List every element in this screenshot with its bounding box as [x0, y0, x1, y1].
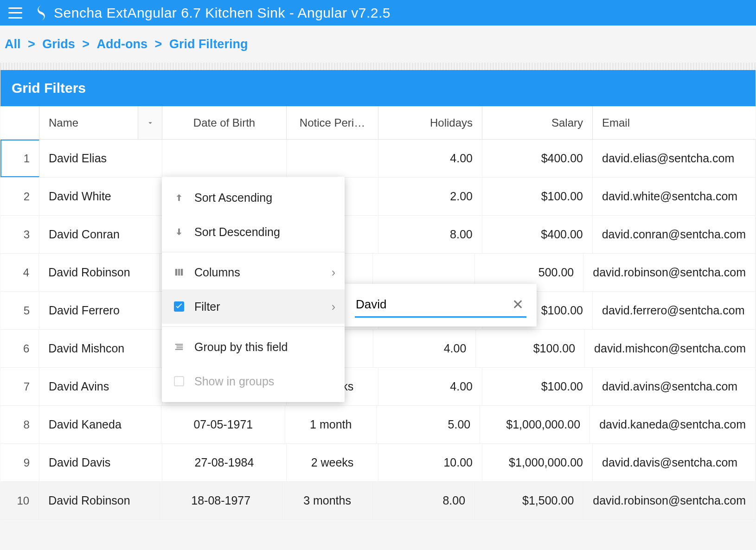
- name-cell: David Avins: [39, 368, 162, 405]
- dob-cell: 27-08-1984: [162, 444, 287, 481]
- email-cell: david.elias@sentcha.com: [593, 140, 756, 177]
- breadcrumb: All > Grids > Add-ons > Grid Filtering: [0, 26, 756, 63]
- column-label: Salary: [551, 116, 583, 129]
- column-header-holidays[interactable]: Holidays: [378, 106, 482, 139]
- row-number-cell: 8: [0, 406, 39, 443]
- menu-label: Show in groups: [194, 375, 274, 388]
- table-row[interactable]: 10David Robinson18-08-19773 months8.00$1…: [0, 482, 756, 520]
- salary-cell: $100.00: [476, 330, 585, 367]
- row-number-header[interactable]: [0, 106, 39, 139]
- panel-title: Grid Filters: [0, 70, 756, 106]
- chevron-right-icon: >: [22, 37, 42, 51]
- name-cell: David Robinson: [39, 482, 160, 519]
- salary-cell: $100.00: [482, 368, 593, 405]
- column-label: Date of Birth: [193, 116, 255, 129]
- arrow-down-icon: [174, 227, 194, 237]
- menu-filter[interactable]: Filter ›: [162, 289, 345, 324]
- name-cell: David Elias: [39, 140, 162, 177]
- email-cell: david.robinson@sentcha.com: [583, 254, 756, 291]
- app-title: Sencha ExtAngular 6.7 Kitchen Sink - Ang…: [54, 5, 391, 21]
- column-header-salary[interactable]: Salary: [482, 106, 593, 139]
- table-row[interactable]: 2David White2.00$100.00david.white@sentc…: [0, 178, 756, 216]
- table-row[interactable]: 8David Kaneda07-05-19711 month5.00$1,000…: [0, 406, 756, 444]
- row-number-cell: 1: [0, 140, 39, 177]
- holidays-cell: 5.00: [377, 406, 480, 443]
- breadcrumb-item-filtering[interactable]: Grid Filtering: [168, 37, 249, 51]
- holidays-cell: 8.00: [378, 216, 482, 253]
- menu-label: Group by this field: [194, 340, 288, 354]
- name-cell: David Davis: [39, 444, 162, 481]
- salary-cell: $400.00: [482, 140, 593, 177]
- notice-cell: 3 months: [282, 482, 373, 519]
- menu-show-in-groups: Show in groups: [162, 364, 345, 398]
- notice-cell: [287, 140, 378, 177]
- salary-cell: $400.00: [482, 216, 593, 253]
- column-menu-trigger[interactable]: [138, 106, 162, 139]
- row-number-cell: 2: [0, 178, 39, 215]
- chevron-right-icon: >: [148, 37, 168, 51]
- column-header-email[interactable]: Email: [593, 106, 756, 139]
- email-cell: david.conran@sentcha.com: [593, 216, 756, 253]
- dob-cell: [162, 140, 287, 177]
- column-header-dob[interactable]: Date of Birth: [162, 106, 287, 139]
- table-row[interactable]: 6David Mishcon4.00$100.00david.mishcon@s…: [0, 330, 756, 368]
- email-cell: david.robinson@sentcha.com: [583, 482, 756, 519]
- dob-cell: 07-05-1971: [161, 406, 285, 443]
- menu-group-by-field[interactable]: Group by this field: [162, 330, 345, 364]
- name-cell: David Conran: [39, 216, 162, 253]
- breadcrumb-item-grids[interactable]: Grids: [41, 37, 76, 51]
- holidays-cell: 10.00: [378, 444, 482, 481]
- name-cell: David Mishcon: [39, 330, 160, 367]
- email-cell: david.avins@sentcha.com: [593, 368, 756, 405]
- notice-cell: 1 month: [285, 406, 377, 443]
- column-header-name[interactable]: Name: [39, 106, 162, 139]
- name-cell: David Ferrero: [39, 292, 162, 329]
- menu-sort-ascending[interactable]: Sort Ascending: [162, 180, 345, 215]
- table-row[interactable]: 7David Avins27-01-19702 weeks4.00$100.00…: [0, 368, 756, 406]
- checkbox-checked-icon: [174, 301, 194, 312]
- columns-icon: [174, 267, 194, 277]
- salary-cell: $1,500.00: [475, 482, 583, 519]
- clear-icon[interactable]: ✕: [512, 296, 524, 313]
- holidays-cell: 4.00: [378, 140, 482, 177]
- row-number-cell: 6: [0, 330, 39, 367]
- menu-icon[interactable]: [8, 7, 22, 19]
- row-number-cell: 4: [0, 254, 39, 291]
- salary-cell: $1,000,000.00: [482, 444, 593, 481]
- column-context-menu: Sort Ascending Sort Descending Columns ›…: [162, 177, 345, 402]
- chevron-right-icon: >: [76, 37, 96, 51]
- row-number-cell: 10: [0, 482, 39, 519]
- menu-label: Filter: [194, 300, 220, 313]
- menu-separator: [162, 326, 345, 327]
- column-label: Notice Peri…: [300, 116, 365, 129]
- name-cell: David White: [39, 178, 162, 215]
- menu-sort-descending[interactable]: Sort Descending: [162, 215, 345, 249]
- menu-label: Columns: [194, 266, 240, 279]
- column-label: Email: [602, 116, 630, 129]
- holidays-cell: 8.00: [373, 482, 475, 519]
- dob-cell: 18-08-1977: [160, 482, 282, 519]
- menu-columns[interactable]: Columns ›: [162, 255, 345, 289]
- breadcrumb-item-all[interactable]: All: [4, 37, 22, 51]
- email-cell: david.white@sentcha.com: [593, 178, 756, 215]
- filter-input[interactable]: [355, 293, 526, 318]
- name-cell: David Kaneda: [39, 406, 162, 443]
- menu-separator: [162, 252, 345, 252]
- table-row[interactable]: 3David Conran8.00$400.00david.conran@sen…: [0, 216, 756, 254]
- table-row[interactable]: 9David Davis27-08-19842 weeks10.00$1,000…: [0, 444, 756, 482]
- holidays-cell: 4.00: [373, 330, 476, 367]
- row-number-cell: 9: [0, 444, 39, 481]
- holidays-cell: 2.00: [378, 178, 482, 215]
- row-number-cell: 3: [0, 216, 39, 253]
- menu-label: Sort Ascending: [194, 191, 272, 205]
- table-row[interactable]: 1David Elias4.00$400.00david.elias@sentc…: [0, 140, 756, 178]
- grid-header-row: Name Date of Birth Notice Peri… Holidays…: [0, 106, 756, 140]
- salary-cell: $100.00: [482, 178, 593, 215]
- column-header-notice[interactable]: Notice Peri…: [287, 106, 378, 139]
- divider: [0, 63, 756, 70]
- filter-flyout: ✕: [345, 284, 537, 326]
- breadcrumb-item-addons[interactable]: Add-ons: [96, 37, 148, 51]
- arrow-up-icon: [174, 192, 194, 203]
- chevron-right-icon: ›: [332, 266, 335, 279]
- column-label: Name: [49, 116, 78, 129]
